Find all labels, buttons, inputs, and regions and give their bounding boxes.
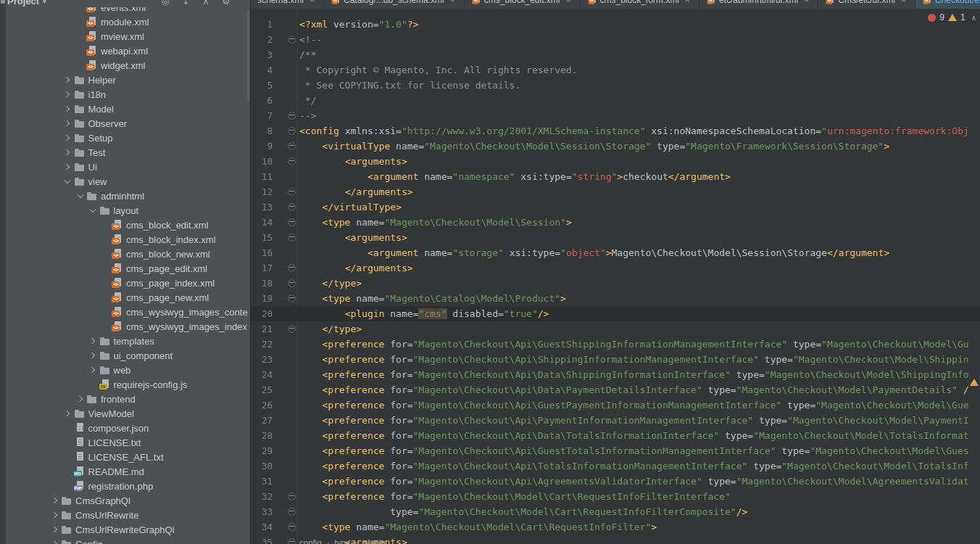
line-number[interactable]: 13 [251, 199, 273, 215]
fold-collapse-icon[interactable] [288, 127, 296, 135]
code-line[interactable]: </virtualType> [299, 199, 402, 215]
tree-item-helper[interactable]: Helper [6, 73, 250, 87]
chevron-down-icon[interactable] [62, 181, 74, 183]
code-line[interactable]: /** [299, 47, 316, 62]
fold-end-icon[interactable] [288, 112, 296, 120]
code-line[interactable]: <type name="Magento\Checkout\Model\Cart\… [299, 519, 657, 535]
chevron-right-icon[interactable] [62, 165, 74, 169]
line-number[interactable]: 16 [251, 245, 273, 260]
code-line[interactable]: <type name="Magento\Catalog\Model\Produc… [299, 291, 566, 306]
code-line[interactable]: <virtualType name="Magento\Checkout\Mode… [299, 139, 889, 154]
tree-item-cmsgraphql[interactable]: CmsGraphQl [6, 493, 250, 508]
tree-item-ui-component[interactable]: ui_component [6, 348, 250, 363]
tree-item-module-xml[interactable]: module.xml [6, 15, 250, 29]
tree-item-widget-xml[interactable]: widget.xml [6, 58, 250, 73]
chevron-right-icon[interactable] [62, 150, 74, 154]
tree-item-composer-json[interactable]: composer.json [6, 421, 250, 435]
line-number[interactable]: 22 [251, 337, 273, 352]
breadcrumb-item-plugin[interactable]: plugin [363, 538, 386, 544]
line-number[interactable]: 19 [251, 291, 273, 306]
fold-end-icon[interactable] [288, 325, 296, 333]
tool-window-stripe[interactable] [0, 0, 6, 544]
line-number[interactable]: 7 [251, 108, 273, 123]
tree-item-model[interactable]: Model [6, 102, 250, 116]
fold-collapse-icon[interactable] [288, 218, 296, 226]
line-number[interactable]: 12 [251, 184, 273, 199]
chevron-right-icon[interactable] [87, 353, 99, 358]
tab-etc-adminhtml-di-xml[interactable]: etc/adminhtml/di.xml× [699, 0, 818, 9]
tree-item-cms-page-edit-xml[interactable]: cms_page_edit.xml [6, 261, 250, 276]
code-line[interactable]: <arguments> [299, 154, 407, 169]
line-number[interactable]: 14 [251, 215, 273, 230]
tree-item-web[interactable]: web [6, 363, 250, 377]
tree-item-cmsurlrewritegraphql[interactable]: CmsUrlRewriteGraphQl [6, 522, 250, 537]
error-stripe-warning-mark[interactable] [970, 379, 979, 386]
code-line[interactable]: <type name="Magento\Checkout\Model\Sessi… [299, 215, 572, 230]
code-line[interactable]: <preference for="Magento\Checkout\Api\Da… [299, 382, 969, 397]
tree-item-i18n[interactable]: i18n [6, 87, 250, 102]
tree-item-cms-block-index-xml[interactable]: cms_block_index.xml [6, 232, 250, 247]
close-icon[interactable]: × [685, 0, 690, 5]
collapse-icon[interactable]: ∧ [201, 0, 211, 7]
breadcrumb-item-type[interactable]: type [335, 538, 351, 544]
code-line[interactable]: type="Magento\Checkout\Model\Cart\Reques… [299, 504, 747, 519]
code-line[interactable]: </arguments> [299, 260, 413, 276]
chevron-right-icon[interactable] [49, 498, 61, 503]
chevron-right-icon[interactable] [62, 136, 74, 140]
line-number[interactable]: 32 [251, 489, 273, 504]
code-line[interactable]: <!-- [299, 32, 322, 47]
fold-end-icon[interactable] [288, 279, 296, 287]
line-number[interactable]: 18 [251, 276, 273, 291]
fold-end-icon[interactable] [288, 264, 296, 272]
code-line[interactable]: <preference for="Magento\Checkout\Model\… [299, 489, 731, 504]
close-icon[interactable]: × [310, 0, 315, 5]
tree-item-mview-xml[interactable]: mview.xml [6, 29, 250, 44]
tree-item-adminhtml[interactable]: adminhtml [6, 189, 250, 203]
chevron-right-icon[interactable] [62, 411, 74, 416]
tab-schema-xml[interactable]: schema.xml× [251, 0, 324, 9]
line-number[interactable]: 30 [251, 458, 273, 474]
line-number[interactable]: 25 [251, 382, 273, 397]
fold-collapse-icon[interactable] [288, 36, 296, 44]
line-number[interactable]: 26 [251, 397, 273, 413]
fold-collapse-icon[interactable] [288, 538, 296, 544]
line-number[interactable]: 5 [251, 78, 273, 93]
code-line[interactable]: <?xml version="1.0"?> [299, 17, 418, 32]
line-number[interactable]: 34 [251, 519, 273, 535]
tab-checkout-etc-di-xml[interactable]: Checkout/etc/di.xml× [915, 0, 980, 9]
fold-collapse-icon[interactable] [288, 142, 296, 150]
tree-item-cms-block-edit-xml[interactable]: cms_block_edit.xml [6, 218, 250, 232]
tree-item-license-afl-txt[interactable]: LICENSE_AFL.txt [6, 450, 250, 464]
chevron-down-icon[interactable]: ▾ [43, 0, 46, 5]
tree-item-frontend[interactable]: frontend [6, 392, 250, 406]
code-line[interactable]: * Copyright © Magento, Inc. All rights r… [299, 62, 578, 78]
code-line[interactable]: * See COPYING.txt for license details. [299, 78, 520, 93]
chevron-down-icon[interactable] [87, 210, 99, 212]
fold-collapse-icon[interactable] [288, 294, 296, 302]
tree-item-cms-page-new-xml[interactable]: cms_page_new.xml [6, 290, 250, 305]
code-line[interactable]: </type> [299, 321, 362, 337]
chevron-right-icon[interactable] [49, 527, 61, 532]
line-number[interactable]: 28 [251, 428, 273, 443]
tree-scrollbar[interactable] [247, 10, 249, 102]
code-line[interactable]: <preference for="Magento\Checkout\Api\Da… [299, 367, 969, 382]
tree-item-viewmodel[interactable]: ViewModel [6, 406, 250, 421]
fold-collapse-icon[interactable] [288, 157, 296, 165]
tree-item-test[interactable]: Test [6, 145, 250, 160]
chevron-right-icon[interactable] [87, 339, 99, 343]
code-line[interactable]: <argument name="storage" xsi:type="objec… [299, 245, 889, 260]
code-line[interactable]: <preference for="Magento\Checkout\Api\Sh… [299, 352, 969, 367]
fold-collapse-icon[interactable] [288, 523, 296, 531]
tree-item-readme-md[interactable]: README.md [6, 464, 250, 479]
line-number[interactable]: 31 [251, 474, 273, 489]
fold-collapse-icon[interactable] [288, 234, 296, 242]
line-number[interactable]: 6 [251, 93, 273, 108]
tab-cms-block-form-xml[interactable]: cms_block_form.xml× [581, 0, 699, 9]
breadcrumb-item-config[interactable]: config [299, 538, 322, 544]
line-number[interactable]: 20 [251, 306, 273, 321]
code-line[interactable]: <preference for="Magento\Checkout\Api\Ag… [299, 474, 969, 489]
chevron-right-icon[interactable] [49, 513, 61, 517]
line-number[interactable]: 27 [251, 413, 273, 428]
close-icon[interactable]: × [901, 0, 906, 5]
tree-item-cms-wysiwyg-images-index[interactable]: cms_wysiwyg_images_index [6, 319, 250, 334]
